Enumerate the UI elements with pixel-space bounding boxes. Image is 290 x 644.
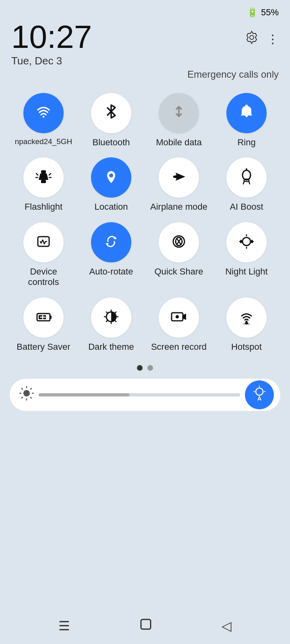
brightness-auto-icon: A	[251, 385, 267, 404]
location-icon	[102, 168, 120, 187]
svg-line-53	[22, 388, 23, 389]
time-section: 10:27 Tue, Dec 3	[11, 21, 92, 67]
hotspot-icon	[238, 308, 255, 327]
tile-quick-share[interactable]: Quick Share	[149, 219, 209, 291]
brightness-auto-button[interactable]: A	[245, 380, 274, 409]
battery-saver-icon	[35, 308, 52, 327]
svg-line-37	[106, 312, 107, 313]
tile-flashlight-circle	[23, 157, 64, 198]
tile-auto-rotate-circle	[91, 222, 131, 262]
svg-line-40	[115, 321, 116, 322]
mobile-data-icon	[171, 103, 187, 123]
tile-location[interactable]: Location	[81, 154, 141, 215]
brightness-track[interactable]	[39, 393, 240, 396]
tile-flashlight[interactable]: Flashlight	[14, 154, 73, 215]
tile-quick-share-circle	[159, 222, 199, 262]
svg-line-39	[106, 321, 107, 322]
tile-airplane-label: Airplane mode	[150, 202, 207, 212]
tile-hotspot-circle	[226, 297, 267, 338]
tile-auto-rotate-label: Auto-rotate	[89, 266, 133, 277]
tile-ring-label: Ring	[237, 137, 255, 148]
tile-airplane-circle	[159, 157, 199, 198]
tile-device-controls[interactable]: Device controls	[14, 219, 73, 291]
tile-mobile-data-label: Mobile data	[156, 137, 202, 148]
svg-point-57	[256, 388, 263, 395]
svg-line-54	[31, 388, 31, 389]
tile-dark-theme-label: Dark theme	[88, 342, 134, 352]
tile-dark-theme[interactable]: Dark theme	[81, 294, 141, 355]
svg-point-11	[242, 170, 251, 180]
flashlight-icon	[35, 168, 52, 187]
auto-rotate-icon	[102, 233, 120, 252]
tiles-row-0: npacked24_5GH Bluetooth	[10, 90, 280, 151]
night-light-icon	[238, 233, 255, 252]
brightness-sun-icon	[16, 386, 34, 404]
tile-ring[interactable]: Ring	[217, 90, 276, 151]
tile-auto-rotate[interactable]: Auto-rotate	[81, 219, 141, 291]
nav-bar: ☰ ◁	[0, 608, 290, 644]
battery-icon: 🔋	[247, 7, 258, 18]
svg-point-2	[43, 116, 45, 118]
quick-tiles: npacked24_5GH Bluetooth	[0, 80, 290, 355]
brightness-fill	[39, 393, 129, 396]
tile-bluetooth[interactable]: Bluetooth	[81, 90, 141, 151]
tile-wifi[interactable]: npacked24_5GH	[14, 90, 73, 151]
header: 10:27 Tue, Dec 3 ⋮	[0, 18, 290, 67]
svg-point-1	[250, 35, 254, 39]
tile-location-circle	[91, 157, 131, 198]
svg-point-3	[245, 105, 248, 107]
clock: 10:27	[11, 21, 92, 53]
tiles-row-3: Battery Saver	[10, 294, 280, 355]
tile-night-light-label: Night Light	[225, 266, 267, 277]
nav-back-icon[interactable]: ◁	[222, 618, 232, 634]
wifi-icon	[35, 103, 52, 124]
page-dot-2[interactable]	[147, 365, 153, 371]
svg-point-48	[23, 390, 30, 396]
tile-location-label: Location	[94, 202, 128, 212]
tile-battery-saver-circle	[23, 297, 64, 338]
tile-battery-saver[interactable]: Battery Saver	[14, 294, 73, 355]
svg-line-55	[22, 397, 23, 398]
svg-rect-47	[245, 322, 248, 324]
dark-theme-icon	[102, 308, 120, 327]
svg-rect-28	[50, 316, 52, 319]
tile-flashlight-label: Flashlight	[25, 202, 62, 212]
tile-wifi-label: npacked24_5GH	[15, 137, 72, 147]
svg-point-44	[246, 320, 248, 322]
svg-line-8	[49, 173, 51, 175]
device-controls-icon	[35, 233, 52, 252]
tile-mobile-data[interactable]: Mobile data	[149, 90, 209, 151]
svg-point-22	[242, 237, 251, 246]
tile-ring-circle	[226, 93, 267, 133]
svg-text:A: A	[257, 395, 261, 401]
more-options-icon[interactable]: ⋮	[267, 32, 279, 46]
emergency-text: Emergency calls only	[0, 67, 290, 80]
tile-screen-record-circle	[159, 297, 199, 338]
tile-night-light[interactable]: Night Light	[217, 219, 276, 291]
tile-hotspot-label: Hotspot	[231, 342, 262, 352]
brightness-slider[interactable]: A	[10, 379, 280, 411]
svg-rect-4	[41, 170, 46, 173]
bluetooth-icon	[103, 103, 119, 124]
tile-bluetooth-label: Bluetooth	[93, 137, 130, 148]
tile-hotspot[interactable]: Hotspot	[217, 294, 276, 355]
tile-screen-record[interactable]: Screen record	[149, 294, 209, 355]
nav-home-icon[interactable]	[139, 617, 153, 634]
tile-bluetooth-circle	[91, 93, 131, 133]
date: Tue, Dec 3	[11, 55, 92, 67]
tile-wifi-circle	[23, 93, 64, 133]
tile-device-controls-circle	[23, 222, 64, 262]
quick-share-icon	[170, 233, 188, 252]
svg-line-38	[115, 312, 116, 313]
tile-ai-boost[interactable]: AI Boost	[217, 154, 276, 215]
page-dot-1[interactable]	[137, 365, 143, 371]
nav-menu-icon[interactable]: ☰	[58, 618, 70, 634]
svg-rect-63	[141, 619, 151, 629]
settings-icon[interactable]	[245, 31, 259, 47]
tile-airplane[interactable]: Airplane mode	[149, 154, 209, 215]
svg-point-10	[109, 173, 113, 178]
tiles-row-1: Flashlight Location	[10, 154, 280, 215]
tile-device-controls-label: Device controls	[14, 266, 73, 288]
status-bar: 🔋 55%	[0, 0, 290, 18]
tile-ai-boost-circle	[226, 157, 267, 198]
